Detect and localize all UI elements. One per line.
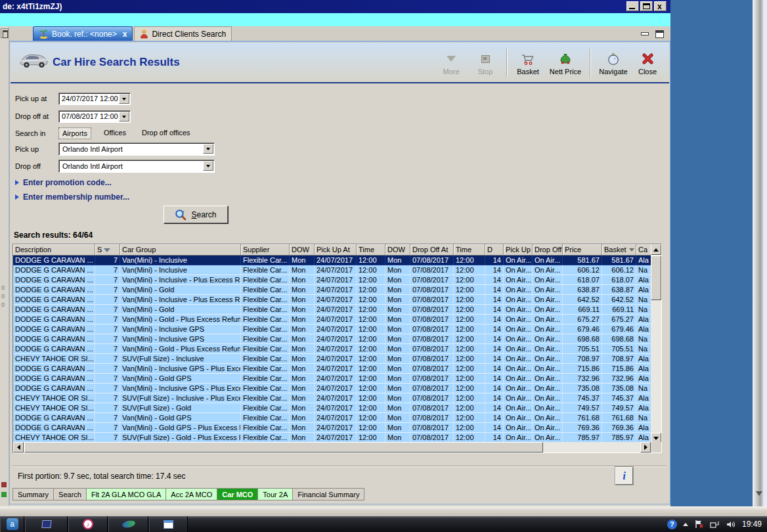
column-header-dow-4[interactable]: DOW	[290, 244, 315, 255]
search-in-offices[interactable]: Offices	[100, 127, 129, 139]
dock-panel-button[interactable]	[1, 28, 9, 38]
column-header-pick-up-11[interactable]: Pick Up	[504, 244, 533, 255]
grid-cell: Flexible Car...	[241, 295, 290, 305]
table-row[interactable]: DODGE G CARAVAN ...7Van(Mini) - Gold GPS…	[13, 423, 651, 433]
bottom-tab-acc-2a-mco[interactable]: Acc 2A MCO	[166, 488, 217, 500]
basket-button[interactable]: Basket	[511, 51, 545, 76]
table-row[interactable]: DODGE G CARAVAN ...7Van(Mini) - Inclusiv…	[13, 364, 651, 374]
volume-icon[interactable]	[726, 520, 736, 529]
taskbar-button-swoosh[interactable]	[108, 516, 148, 532]
taskbar-button-window[interactable]	[25, 516, 68, 532]
action-center-flag-icon[interactable]	[694, 520, 704, 529]
tab-direct-clients-search[interactable]: Direct Clients Search	[134, 26, 232, 41]
column-header-basket-14[interactable]: Basket	[602, 244, 636, 255]
table-row[interactable]: DODGE G CARAVAN ...7Van(Mini) - Inclusiv…	[13, 255, 651, 265]
table-row[interactable]: DODGE G CARAVAN ...7Van(Mini) - Inclusiv…	[13, 324, 651, 334]
dropoff-at-input[interactable]: 07/08/2017 12:00	[58, 110, 131, 123]
pickup-combo[interactable]: Orlando Intl Airport	[58, 143, 215, 156]
column-header-dow-7[interactable]: DOW	[385, 244, 410, 255]
column-header-description-0[interactable]: Description	[13, 244, 95, 255]
column-header-drop-off-at-8[interactable]: Drop Off At	[410, 244, 454, 255]
table-row[interactable]: CHEVY TAHOE OR SI...7SUV(Full Size) - In…	[13, 354, 651, 364]
column-header-time-6[interactable]: Time	[357, 244, 385, 255]
table-row[interactable]: DODGE G CARAVAN ...7Van(Mini) - Inclusiv…	[13, 334, 651, 344]
scroll-left-button[interactable]	[13, 442, 24, 453]
status-divider	[12, 466, 666, 467]
table-row[interactable]: DODGE G CARAVAN ...7Van(Mini) - Gold - P…	[13, 344, 651, 354]
table-row[interactable]: DODGE G CARAVAN ...7Van(Mini) - Gold GPS…	[13, 374, 651, 384]
bottom-tab-search[interactable]: Search	[54, 488, 87, 500]
close-button[interactable]: Close	[632, 51, 663, 76]
column-header-time-9[interactable]: Time	[454, 244, 485, 255]
promotion-code-expander[interactable]: Enter promotion code...	[15, 178, 112, 187]
search-button[interactable]: Search	[164, 206, 228, 223]
table-row[interactable]: CHEVY TAHOE OR SI...7SUV(Full Size) - In…	[13, 393, 651, 403]
column-header-s-1[interactable]: S	[95, 244, 120, 255]
table-row[interactable]: DODGE G CARAVAN ...7Van(Mini) - GoldFlex…	[13, 285, 651, 295]
pane-minimize-icon[interactable]	[641, 30, 649, 37]
dropoff-dropdown-button[interactable]	[203, 161, 213, 171]
membership-number-expander[interactable]: Enter membership number...	[15, 192, 129, 202]
grid-cell: 14	[485, 433, 504, 443]
tab-close-icon[interactable]: x	[123, 30, 127, 39]
table-row[interactable]: DODGE G CARAVAN ...7Van(Mini) - Inclusiv…	[13, 265, 651, 275]
help-icon[interactable]: ?	[667, 520, 677, 529]
info-button[interactable]: i	[615, 467, 633, 485]
table-row[interactable]: DODGE G CARAVAN ...7Van(Mini) - Inclusiv…	[13, 295, 651, 305]
maximize-button[interactable]	[640, 1, 653, 11]
table-row[interactable]: DODGE G CARAVAN ...7Van(Mini) - Gold - P…	[13, 315, 651, 324]
bottom-tab-car-mco[interactable]: Car MCO	[217, 488, 258, 500]
scroll-up-button[interactable]	[651, 244, 661, 255]
tab-booking-ref[interactable]: Book. ref.: <none> x	[33, 26, 133, 41]
taskbar-button-browser[interactable]: a	[0, 516, 24, 532]
bottom-tab-financial-summary[interactable]: Financial Summary	[293, 488, 364, 500]
grid-cell: Flexible Car...	[241, 305, 290, 315]
horizontal-scrollbar[interactable]	[13, 442, 651, 453]
table-row[interactable]: DODGE G CARAVAN ...7Van(Mini) - Inclusiv…	[13, 275, 651, 285]
column-header-pick-up-at-5[interactable]: Pick Up At	[315, 244, 357, 255]
column-header-car-group-2[interactable]: Car Group	[120, 244, 241, 255]
vertical-scroll-thumb[interactable]	[651, 255, 661, 300]
window-bottom-edge	[0, 506, 767, 516]
bottom-tab-tour-2a[interactable]: Tour 2A	[258, 488, 293, 500]
pickup-at-input[interactable]: 24/07/2017 12:00	[58, 93, 131, 105]
table-row[interactable]: DODGE G CARAVAN ...7Van(Mini) - GoldFlex…	[13, 305, 651, 315]
column-header-drop-off-12[interactable]: Drop Off	[533, 244, 563, 255]
dropoff-at-dropdown-button[interactable]	[119, 112, 129, 122]
tray-expand-icon[interactable]	[683, 523, 688, 526]
pickup-at-dropdown-button[interactable]	[119, 94, 129, 104]
search-in-dropoff-offices[interactable]: Drop off offices	[139, 127, 194, 139]
close-window-button[interactable]: x	[654, 1, 667, 11]
column-header-d-10[interactable]: D	[485, 244, 504, 255]
nett-price-button[interactable]: Nett Price	[545, 51, 586, 76]
bottom-tab-summary[interactable]: Summary	[12, 488, 54, 500]
vertical-scrollbar[interactable]	[651, 244, 661, 443]
column-header-price-13[interactable]: Price	[563, 244, 602, 255]
horizontal-scroll-thumb[interactable]	[24, 442, 543, 453]
tab-booking-ref-label: Book. ref.: <none>	[52, 30, 117, 39]
chevron-down-icon[interactable]	[756, 491, 762, 496]
network-icon[interactable]	[710, 520, 720, 529]
table-row[interactable]: CHEVY TAHOE OR SI...7SUV(Full Size) - Go…	[13, 433, 651, 443]
search-in-airports[interactable]: Airports	[58, 127, 91, 139]
scroll-right-button[interactable]	[640, 442, 651, 453]
minimize-button[interactable]	[626, 1, 639, 11]
background-scroll-strip	[753, 0, 767, 506]
column-header-supplier-3[interactable]: Supplier	[241, 244, 290, 255]
table-row[interactable]: DODGE G CARAVAN ...7Van(Mini) - Gold GPS…	[13, 413, 651, 423]
navigate-button[interactable]: Navigate	[594, 51, 632, 76]
taskbar-button-music[interactable]: ♪	[68, 516, 108, 532]
column-header-ca-15[interactable]: Ca	[636, 244, 651, 255]
taskbar-clock[interactable]: 19:49	[742, 520, 762, 529]
taskbar-button-calculator[interactable]	[149, 516, 188, 532]
table-row[interactable]: DODGE G CARAVAN ...7Van(Mini) - Inclusiv…	[13, 384, 651, 393]
grid-cell: 12:00	[454, 305, 485, 315]
table-row[interactable]: CHEVY TAHOE OR SI...7SUV(Full Size) - Go…	[13, 403, 651, 413]
grid-cell: On Air...	[504, 393, 533, 403]
pane-restore-icon[interactable]	[655, 30, 664, 38]
filter-funnel-icon[interactable]	[104, 248, 110, 252]
grid-cell: 606.12	[602, 265, 636, 275]
dropoff-combo[interactable]: Orlando Intl Airport	[58, 160, 215, 173]
pickup-dropdown-button[interactable]	[203, 144, 213, 154]
bottom-tab-flt-2a-gla-mco-gla[interactable]: Flt 2A GLA MCO GLA	[87, 488, 166, 500]
